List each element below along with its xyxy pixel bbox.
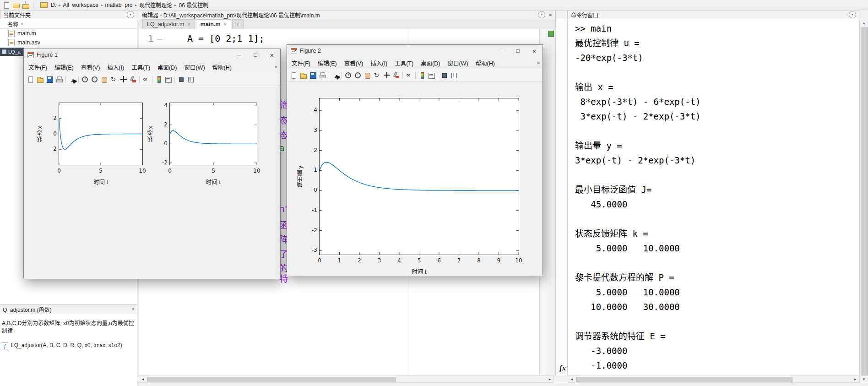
menu-overflow-icon[interactable]: » <box>534 60 542 65</box>
pane-actions-icon[interactable]: ▾ <box>127 11 134 18</box>
minimize-button[interactable]: ─ <box>231 49 247 61</box>
breadcrumb-item[interactable]: 06 最优控制 <box>179 1 209 9</box>
file-row[interactable]: main.m <box>0 29 137 38</box>
sort-dropdown-icon[interactable]: ▾ <box>21 22 23 26</box>
menu-item[interactable]: 窗口(W) <box>444 59 472 67</box>
tab-main[interactable]: main.m × <box>196 19 231 29</box>
colorbar-icon[interactable] <box>418 71 426 79</box>
menu-item[interactable]: 插入(I) <box>103 63 128 71</box>
menu-item[interactable]: 文件(F) <box>25 63 51 71</box>
scroll-up-icon[interactable]: ▴ <box>860 19 868 27</box>
command-window-pane[interactable]: >> main最优控制律 u =-20*exp(-3*t) 输出 x = 8*e… <box>568 19 859 375</box>
new-document-icon[interactable] <box>2 1 11 9</box>
function-signature-row[interactable]: LQ_adjustor(A, B, C, D, R, Q, x0, tmax, … <box>2 342 135 349</box>
breadcrumb-item[interactable]: D: <box>51 2 56 8</box>
menu-item[interactable]: 编辑(E) <box>51 63 77 71</box>
new-icon[interactable] <box>290 71 298 79</box>
background-window-tab[interactable]: LQ_a <box>0 48 24 56</box>
brush-icon[interactable] <box>392 71 400 79</box>
menu-item[interactable]: 工具(T) <box>128 63 154 71</box>
menu-item[interactable]: 帮助(H) <box>472 59 499 67</box>
menu-item[interactable]: 文件(F) <box>288 59 314 67</box>
file-row[interactable]: main.asv <box>0 38 137 47</box>
zoom-in-icon[interactable] <box>81 76 89 83</box>
rotate-icon[interactable] <box>110 76 118 83</box>
hide-tools-icon[interactable] <box>177 76 185 83</box>
hide-tools-icon[interactable] <box>440 71 448 79</box>
editor-horizontal-scrollbar[interactable]: ◂ ▸ <box>139 375 554 383</box>
zoom-out-icon[interactable] <box>91 76 98 83</box>
close-pane-icon[interactable]: × <box>548 12 552 18</box>
close-button[interactable]: × <box>526 45 542 57</box>
scroll-right-icon[interactable]: ▸ <box>852 376 859 382</box>
menu-item[interactable]: 查看(V) <box>77 63 104 71</box>
open-icon[interactable] <box>299 71 307 79</box>
menu-item[interactable]: 桌面(D) <box>417 59 444 67</box>
fx-button[interactable]: fx <box>559 364 566 373</box>
menu-item[interactable]: 查看(V) <box>341 59 367 67</box>
scroll-right-icon[interactable]: ▸ <box>546 376 553 382</box>
new-icon[interactable] <box>27 76 34 83</box>
save-icon[interactable] <box>46 76 54 83</box>
legend-icon[interactable] <box>428 71 435 79</box>
name-column-header[interactable]: 名称 ▾ <box>0 19 137 29</box>
command-horizontal-scrollbar[interactable]: ◂ ▸ <box>568 375 859 383</box>
scrollbar-thumb[interactable] <box>147 377 396 382</box>
print-icon[interactable] <box>55 76 63 83</box>
tab-close-icon[interactable]: × <box>224 22 227 27</box>
maximize-button[interactable]: □ <box>247 49 264 61</box>
print-icon[interactable] <box>319 71 326 79</box>
close-button[interactable]: × <box>264 49 280 61</box>
figure-titlebar[interactable]: Figure 2 ─ □ × <box>287 45 542 57</box>
menu-item[interactable]: 窗口(W) <box>180 63 208 71</box>
scrollbar-thumb[interactable] <box>576 377 792 382</box>
open-icon[interactable] <box>36 76 44 83</box>
menu-item[interactable]: 插入(I) <box>367 59 391 67</box>
figure-titlebar[interactable]: Figure 1 ─ □ × <box>24 49 280 61</box>
brush-icon[interactable] <box>129 76 137 83</box>
show-tools-icon[interactable] <box>187 76 195 83</box>
pane-actions-icon[interactable]: ▾ <box>538 11 545 18</box>
cursor-icon[interactable] <box>331 71 339 79</box>
pane-actions-icon[interactable]: ▾ <box>849 11 856 18</box>
breadcrumb[interactable]: D:▸All_workspace▸matlab_pro▸现代控制理论▸06 最优… <box>40 1 208 9</box>
save-icon[interactable] <box>309 71 317 79</box>
fold-marker[interactable]: – <box>157 33 163 44</box>
code-analyzer-indicator[interactable] <box>548 31 554 37</box>
scroll-left-icon[interactable]: ◂ <box>568 376 575 382</box>
colorbar-icon[interactable] <box>155 76 163 83</box>
legend-icon[interactable] <box>164 76 172 83</box>
menu-item[interactable]: 帮助(H) <box>209 63 235 71</box>
link-icon[interactable] <box>405 71 413 79</box>
show-tools-icon[interactable] <box>450 71 458 79</box>
menu-item[interactable]: 桌面(D) <box>154 63 180 71</box>
scrollbar-thumb[interactable] <box>861 27 868 375</box>
new-tab-button[interactable]: + <box>232 19 244 29</box>
scroll-down-icon[interactable]: ▾ <box>860 375 868 383</box>
tab-lq-adjustor[interactable]: LQ_adjustor.m × <box>142 19 195 29</box>
menu-item[interactable]: 编辑(E) <box>314 59 341 67</box>
command-vertical-scrollbar[interactable]: ▴ ▾ <box>859 19 868 383</box>
open-folder-icon[interactable] <box>12 1 20 9</box>
link-icon[interactable] <box>142 76 150 83</box>
pan-icon[interactable] <box>100 76 108 83</box>
breadcrumb-item[interactable]: All_workspace <box>63 2 98 8</box>
zoom-in-icon[interactable] <box>344 71 352 79</box>
tab-close-icon[interactable]: × <box>187 22 190 27</box>
menu-overflow-icon[interactable]: » <box>272 64 280 70</box>
cursor-icon[interactable] <box>68 76 76 83</box>
minimize-button[interactable]: ─ <box>493 45 510 57</box>
breadcrumb-item[interactable]: 现代控制理论 <box>139 1 172 9</box>
maximize-button[interactable]: □ <box>510 45 526 57</box>
datatip-icon[interactable] <box>383 71 391 79</box>
folder-up-icon[interactable] <box>22 1 30 9</box>
datatip-icon[interactable] <box>119 76 127 83</box>
zoom-out-icon[interactable] <box>354 71 362 79</box>
scroll-left-icon[interactable]: ◂ <box>139 376 146 382</box>
menu-item[interactable]: 工具(T) <box>391 59 417 67</box>
rotate-icon[interactable] <box>373 71 381 79</box>
breadcrumb-item[interactable]: matlab_pro <box>105 2 132 8</box>
details-header[interactable]: Q_adjustor.m (函数) ▾ <box>0 304 137 314</box>
details-dropdown-icon[interactable]: ▾ <box>132 307 134 311</box>
pan-icon[interactable] <box>363 71 371 79</box>
